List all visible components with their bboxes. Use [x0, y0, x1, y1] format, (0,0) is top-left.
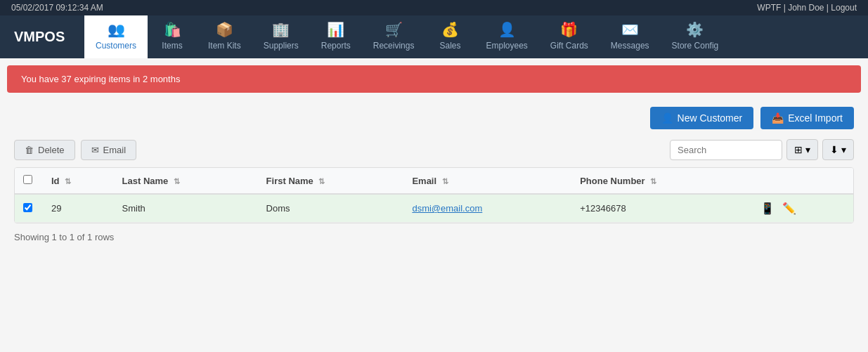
nav-item-employees[interactable]: 👤 Employees [474, 15, 538, 58]
user-info[interactable]: WPTF | John Doe | Logout [757, 3, 857, 13]
datetime: 05/02/2017 09:12:34 AM [11, 3, 103, 13]
table-header: Id ⇅ Last Name ⇅ First Name ⇅ Email ⇅ [15, 168, 853, 194]
alert-banner: You have 37 expiring items in 2 months [7, 65, 861, 93]
email-label: Email [103, 145, 127, 155]
row-actions: 📱 ✏️ [752, 194, 853, 223]
new-customer-label: New Customer [678, 112, 743, 124]
sales-icon: 💰 [441, 21, 459, 38]
col-phone-sort-icon: ⇅ [650, 177, 656, 185]
export-icon: ⬇ [830, 144, 838, 155]
customers-label: Customers [96, 41, 136, 51]
row-phone: +12346678 [571, 194, 752, 223]
nav-item-messages[interactable]: ✉️ Messages [600, 15, 661, 58]
nav-item-item-kits[interactable]: 📦 Item Kits [197, 15, 252, 58]
col-id-label: Id [51, 176, 60, 186]
items-label: Items [162, 41, 182, 51]
excel-import-label: Excel Import [788, 112, 843, 124]
actions-row: 🗑 Delete ✉ Email ⊞ ▾ ⬇ ▾ [14, 139, 854, 160]
main-content: 👤 New Customer 📥 Excel Import 🗑 Delete ✉… [0, 100, 868, 249]
nav-item-customers[interactable]: 👥 Customers [84, 15, 148, 58]
customers-table-container: Id ⇅ Last Name ⇅ First Name ⇅ Email ⇅ [14, 167, 854, 223]
new-customer-icon: 👤 [661, 112, 673, 124]
nav-item-reports[interactable]: 📊 Reports [310, 15, 362, 58]
row-first-name: Doms [258, 194, 404, 223]
col-header-actions [752, 168, 853, 194]
excel-import-icon: 📥 [772, 112, 784, 124]
email-icon: ✉ [91, 145, 99, 155]
top-bar: 05/02/2017 09:12:34 AM WPTF | John Doe |… [0, 0, 868, 15]
nav-item-store-config[interactable]: ⚙️ Store Config [661, 15, 730, 58]
receivings-label: Receivings [373, 41, 415, 51]
row-edit-icon[interactable]: ✏️ [782, 202, 796, 214]
select-all-checkbox[interactable] [23, 175, 32, 184]
store-config-icon: ⚙️ [686, 21, 704, 38]
col-last-name-label: Last Name [122, 176, 169, 186]
nav-item-items[interactable]: 🛍️ Items [148, 15, 197, 58]
dropdown-arrow-icon: ▾ [805, 144, 810, 155]
gift-cards-label: Gift Cards [550, 41, 588, 51]
col-id-sort-icon: ⇅ [65, 177, 71, 185]
items-icon: 🛍️ [164, 21, 181, 38]
toolbar-row: 👤 New Customer 📥 Excel Import [14, 107, 854, 129]
col-last-name-sort-icon: ⇅ [174, 177, 180, 185]
row-last-name: Smith [114, 194, 258, 223]
nav-items: 👥 Customers 🛍️ Items 📦 Item Kits 🏢 Suppl… [84, 15, 868, 58]
row-checkbox[interactable] [23, 203, 32, 212]
row-email[interactable]: dsmi@email.com [403, 194, 571, 223]
grid-icon: ⊞ [794, 144, 803, 155]
row-email-link[interactable]: dsmi@email.com [412, 203, 482, 214]
row-mobile-icon[interactable]: 📱 [760, 202, 775, 214]
delete-icon: 🗑 [25, 145, 34, 155]
col-first-name-sort-icon: ⇅ [318, 177, 325, 185]
col-header-email[interactable]: Email ⇅ [403, 168, 571, 194]
delete-label: Delete [38, 145, 65, 155]
suppliers-icon: 🏢 [272, 21, 290, 38]
grid-view-button[interactable]: ⊞ ▾ [786, 139, 818, 160]
suppliers-label: Suppliers [264, 41, 299, 51]
excel-import-button[interactable]: 📥 Excel Import [760, 107, 854, 129]
employees-icon: 👤 [498, 21, 516, 38]
col-first-name-label: First Name [266, 176, 313, 186]
reports-icon: 📊 [327, 21, 344, 38]
nav-item-suppliers[interactable]: 🏢 Suppliers [252, 15, 310, 58]
export-dropdown-icon: ▾ [841, 144, 846, 155]
right-actions: ⊞ ▾ ⬇ ▾ [670, 139, 854, 160]
delete-button[interactable]: 🗑 Delete [14, 140, 75, 160]
col-header-phone[interactable]: Phone Number ⇅ [571, 168, 752, 194]
row-id: 29 [43, 194, 114, 223]
new-customer-button[interactable]: 👤 New Customer [650, 107, 754, 129]
nav-item-sales[interactable]: 💰 Sales [425, 15, 474, 58]
gift-cards-icon: 🎁 [560, 21, 578, 38]
navbar: VMPOS 👥 Customers 🛍️ Items 📦 Item Kits 🏢… [0, 15, 868, 58]
messages-icon: ✉️ [621, 21, 639, 38]
customers-table: Id ⇅ Last Name ⇅ First Name ⇅ Email ⇅ [15, 168, 853, 223]
nav-item-receivings[interactable]: 🛒 Receivings [362, 15, 426, 58]
col-header-id[interactable]: Id ⇅ [43, 168, 114, 194]
sales-label: Sales [439, 41, 460, 51]
receivings-icon: 🛒 [385, 21, 403, 38]
messages-label: Messages [611, 41, 649, 51]
employees-label: Employees [486, 41, 527, 51]
col-header-last-name[interactable]: Last Name ⇅ [114, 168, 258, 194]
col-email-label: Email [412, 176, 436, 186]
search-input[interactable] [670, 140, 782, 160]
col-phone-label: Phone Number [580, 176, 644, 186]
reports-label: Reports [321, 41, 351, 51]
select-all-header [15, 168, 43, 194]
item-kits-icon: 📦 [216, 21, 233, 38]
item-kits-label: Item Kits [208, 41, 241, 51]
export-button[interactable]: ⬇ ▾ [822, 139, 854, 160]
alert-message: You have 37 expiring items in 2 months [21, 74, 180, 84]
table-row[interactable]: 29 Smith Doms dsmi@email.com +12346678 📱… [15, 194, 853, 223]
row-checkbox-cell [15, 194, 43, 223]
customers-icon: 👥 [108, 21, 125, 38]
email-button[interactable]: ✉ Email [81, 140, 137, 160]
col-header-first-name[interactable]: First Name ⇅ [258, 168, 404, 194]
store-config-label: Store Config [672, 41, 719, 51]
left-actions: 🗑 Delete ✉ Email [14, 140, 136, 160]
brand-logo: VMPOS [0, 15, 84, 58]
table-body: 29 Smith Doms dsmi@email.com +12346678 📱… [15, 194, 853, 223]
pagination-info: Showing 1 to 1 of 1 rows [14, 232, 854, 242]
nav-item-gift-cards[interactable]: 🎁 Gift Cards [539, 15, 600, 58]
col-email-sort-icon: ⇅ [442, 177, 448, 185]
